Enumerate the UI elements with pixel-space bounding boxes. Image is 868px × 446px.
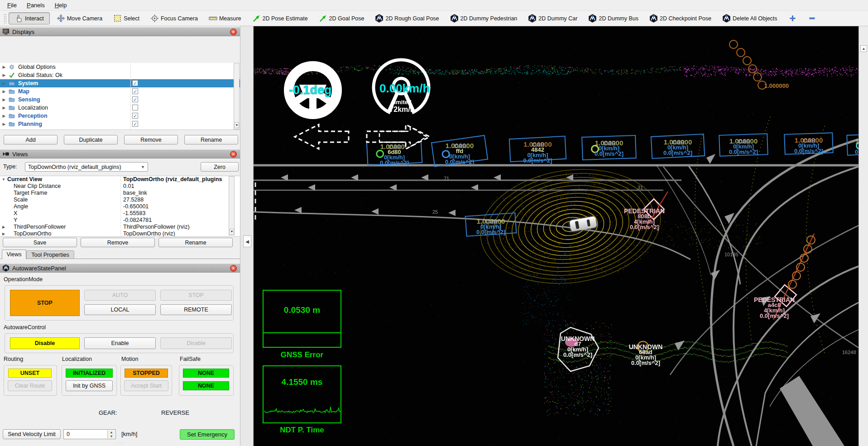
toolbar-grip[interactable] <box>4 14 7 24</box>
state-panel-close-icon[interactable]: ✕ <box>230 265 237 272</box>
tool-measure[interactable]: Measure <box>205 12 245 24</box>
tool-focus-camera[interactable]: Focus Camera <box>146 12 202 24</box>
tool-2d-checkpoint-pose[interactable]: 2D Checkpoint Pose <box>645 12 715 24</box>
autoware-icon <box>528 14 537 23</box>
displays-panel-header[interactable]: Displays ✕ <box>0 27 240 36</box>
display-checkbox[interactable]: ✓ <box>132 113 138 119</box>
tool-plus[interactable] <box>784 12 801 24</box>
rename-view-button[interactable]: Rename <box>158 238 233 247</box>
expand-icon[interactable]: ▶ <box>0 89 8 94</box>
view-property-row[interactable]: ▶ThirdPersonFollowerThirdPersonFollower … <box>0 224 240 230</box>
focus-icon <box>150 14 159 23</box>
expand-icon[interactable]: ▶ <box>0 106 8 110</box>
displays-close-icon[interactable]: ✕ <box>230 29 237 35</box>
views-scrollbar[interactable]: ▼ <box>229 176 235 235</box>
duplicate-button[interactable]: Duplicate <box>64 135 118 144</box>
tool-move-camera[interactable]: Move Camera <box>53 12 107 24</box>
velocity-limit-value: 0 <box>67 431 70 437</box>
init-by-gnss-button[interactable]: Init by GNSS <box>66 380 113 391</box>
view-property-row[interactable]: X-1.55583 <box>0 210 240 217</box>
resize-grip-2[interactable]: ····· <box>114 441 125 445</box>
views-close-icon[interactable]: ✕ <box>230 151 237 158</box>
velocity-limit-stepper[interactable]: 0 ▲▼ <box>63 429 116 439</box>
display-checkbox[interactable]: ✓ <box>132 96 138 102</box>
set-emergency-button[interactable]: Set Emergency <box>180 429 235 440</box>
display-row-map[interactable]: ▶Map✓ <box>0 87 240 96</box>
view-property-row[interactable]: ▶TopDownOrthoTopDownOrtho (rviz) <box>0 230 240 237</box>
gear-value: REVERSE <box>161 409 189 416</box>
3d-viewport[interactable]: -0.1deg 0.00km/h limited 72km/h 1.000000… <box>254 26 858 446</box>
add-button[interactable]: Add <box>4 135 58 144</box>
display-row-localization[interactable]: ▶Localization <box>0 104 240 112</box>
view-property-row[interactable]: Target Framebase_link <box>0 190 240 197</box>
stepper-arrows[interactable]: ▲▼ <box>107 430 115 438</box>
menu-panels[interactable]: Panels <box>22 1 49 10</box>
accept-start-button[interactable]: Accept Start <box>124 380 168 391</box>
menu-help[interactable]: Help <box>50 1 72 10</box>
remove-view-button[interactable]: Remove <box>81 238 155 247</box>
autoware-state-panel-header[interactable]: AutowareStatePanel ✕ <box>0 264 240 273</box>
expand-icon[interactable]: ▶ <box>0 114 8 118</box>
right-strip[interactable]: ▲ <box>858 26 868 446</box>
tab-tool-properties[interactable]: Tool Properties <box>26 250 74 259</box>
view-property-row[interactable]: Scale27.5288 <box>0 197 240 203</box>
localization-label: Localization <box>62 356 92 362</box>
panel-splitter[interactable]: ◀ <box>240 26 254 446</box>
remove-display-button[interactable]: Remove <box>124 135 178 144</box>
display-row-global-options[interactable]: ▶Global Options <box>0 63 240 71</box>
tool-select[interactable]: Select <box>109 12 144 24</box>
tool-interact[interactable]: Interact <box>9 12 50 24</box>
enable-button[interactable]: Enable <box>84 337 156 349</box>
zero-button[interactable]: Zero <box>201 162 239 172</box>
send-velocity-limit-button[interactable]: Send Velocity Limit <box>3 429 61 439</box>
clear-route-button[interactable]: Clear Route <box>8 380 52 391</box>
tool-2d-pose-estimate[interactable]: 2D Pose Estimate <box>248 12 312 24</box>
display-row-global-status-ok[interactable]: ▶Global Status: Ok <box>0 71 240 79</box>
left-panel: Displays ✕ ▶Global Options▶Global Status… <box>0 26 240 446</box>
car-label: 1.000000CAR0[km/h]0.0[m/s^2] <box>595 140 623 157</box>
tool-2d-dummy-pedestrian[interactable]: 2D Dummy Pedestrian <box>446 12 522 24</box>
expand-icon[interactable]: ▶ <box>0 81 8 86</box>
resize-grip[interactable]: ····· <box>114 130 125 134</box>
view-property-row[interactable]: ▼Current ViewTopDownOrtho (rviz_default_… <box>0 176 240 183</box>
tool-2d-dummy-bus[interactable]: 2D Dummy Bus <box>584 12 643 24</box>
rename-display-button[interactable]: Rename <box>184 135 238 144</box>
tool-2d-dummy-car[interactable]: 2D Dummy Car <box>524 12 581 24</box>
scroll-up-icon[interactable]: ▲ <box>860 45 867 52</box>
expand-icon[interactable]: ▶ <box>0 65 8 69</box>
display-row-planning[interactable]: ▶Planning✓ <box>0 120 240 128</box>
display-checkbox[interactable]: ✓ <box>132 80 138 86</box>
disable-button[interactable]: Disable <box>160 337 232 349</box>
local-button[interactable]: LOCAL <box>84 304 156 315</box>
view-property-row[interactable]: Near Clip Distance0.01 <box>0 183 240 190</box>
views-panel-header[interactable]: Views ✕ <box>0 149 240 158</box>
display-row-sensing[interactable]: ▶Sensing✓ <box>0 96 240 104</box>
view-type-select[interactable]: TopDownOrtho (rviz_default_plugins) ▼ <box>25 162 148 172</box>
tool-2d-goal-pose[interactable]: 2D Goal Pose <box>315 12 369 24</box>
operation-mode-stop-button[interactable]: STOP <box>10 290 80 316</box>
menu-file[interactable]: File <box>3 1 21 10</box>
displays-scrollbar[interactable]: ▼ <box>234 63 240 129</box>
autoware-icon <box>588 14 597 23</box>
display-row-perception[interactable]: ▶Perception✓ <box>0 112 240 120</box>
gear-icon <box>8 64 15 70</box>
remote-button[interactable]: REMOTE <box>160 304 232 315</box>
expand-icon[interactable]: ▶ <box>0 73 8 77</box>
display-row-system[interactable]: ▶System✓ <box>0 79 240 87</box>
view-property-row[interactable]: Y-0.0824781 <box>0 217 240 224</box>
tool-minus[interactable] <box>804 12 820 24</box>
display-checkbox[interactable] <box>132 105 138 110</box>
auto-button[interactable]: AUTO <box>84 290 156 301</box>
display-checkbox[interactable]: ✓ <box>132 88 138 94</box>
save-button[interactable]: Save <box>3 238 77 247</box>
tool-delete-all-objects[interactable]: Delete All Objects <box>718 12 782 24</box>
collapse-panel-icon[interactable]: ◀ <box>243 235 251 247</box>
stop-secondary-button[interactable]: STOP <box>160 290 232 301</box>
gear-label: GEAR: <box>99 409 117 416</box>
display-checkbox[interactable]: ✓ <box>132 121 138 127</box>
view-property-row[interactable]: Angle-0.650001 <box>0 203 240 210</box>
tool-2d-rough-goal-pose[interactable]: 2D Rough Goal Pose <box>371 12 443 24</box>
tab-views[interactable]: Views <box>2 249 26 259</box>
expand-icon[interactable]: ▶ <box>0 122 8 126</box>
expand-icon[interactable]: ▶ <box>0 97 8 102</box>
